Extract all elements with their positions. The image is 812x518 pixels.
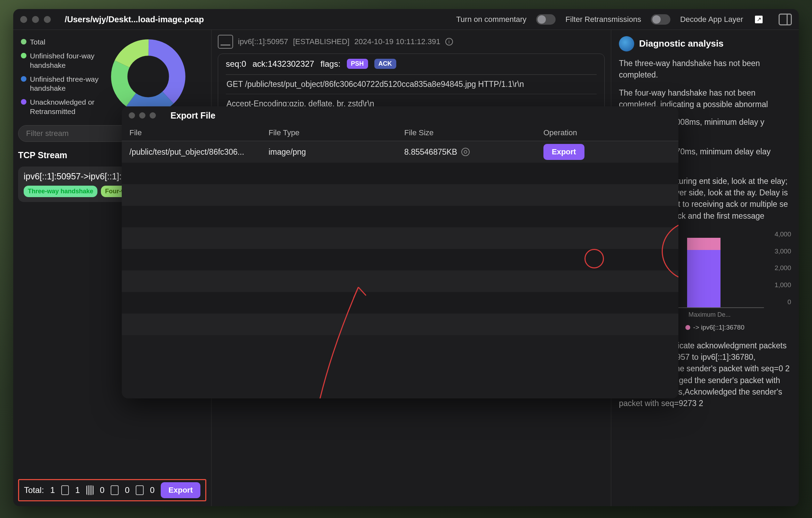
cell-filesize: 8.85546875KB (404, 147, 543, 157)
table-row[interactable]: /public/test/put_object/86fc306...image/… (122, 141, 678, 163)
bar-segment (687, 250, 721, 307)
window-title: /Users/wjy/Deskt...load-image.pcap (65, 15, 204, 24)
table-row-empty (122, 314, 678, 335)
commentary-toggle[interactable] (536, 14, 556, 25)
info-icon[interactable]: i (445, 38, 453, 46)
table-row-empty (122, 292, 678, 314)
table-row-empty (122, 184, 678, 206)
y-tick: 4,000 (774, 229, 791, 239)
legend-label: Unacknowledged or Retransmitted (30, 98, 99, 116)
image-icon (61, 485, 69, 495)
window-traffic-lights[interactable] (20, 16, 51, 23)
bar-segment (687, 238, 721, 250)
session-endpoint: ipv6[::1]:50957 (238, 37, 288, 46)
legend-dot (21, 76, 26, 82)
export-bottom-button[interactable]: Export (161, 482, 200, 498)
flag-psh: PSH (347, 59, 368, 69)
cell-operation: Export (543, 144, 671, 160)
legend-dot (21, 39, 26, 44)
modal-traffic-lights[interactable] (129, 112, 156, 119)
session-timestamp: 2024-10-19 10:11:12.391 (355, 37, 440, 46)
total-label: Total: (24, 485, 44, 495)
audio-count: 0 (100, 485, 104, 495)
table-row-empty (122, 163, 678, 184)
chart-legend-label: -> ipv6[::1]:36780 (693, 323, 744, 332)
cell-filetype: image/png (269, 147, 404, 157)
session-icon (218, 35, 233, 49)
donut-chart (106, 35, 190, 118)
col-operation[interactable]: Operation (543, 128, 671, 137)
doc-count: 0 (150, 485, 154, 495)
video-icon (111, 485, 119, 495)
legend-dot (21, 99, 26, 105)
media-summary-bar: Total: 1 1 0 0 0 Export (18, 479, 206, 501)
legend-item[interactable]: Unfinished four-way handshake (21, 51, 99, 70)
legend-label: Unfinished three-way handshake (30, 75, 99, 93)
panel-toggle-icon[interactable] (779, 14, 792, 25)
diagnostic-title: Diagnostic analysis (639, 37, 724, 50)
y-tick: 2,000 (774, 263, 791, 273)
legend-item[interactable]: Unacknowledged or Retransmitted (21, 98, 99, 116)
packet-seq: seq:0 (226, 59, 246, 69)
table-row-empty (122, 206, 678, 227)
y-tick: 3,000 (774, 246, 791, 256)
packet-ack: ack:1432302327 (253, 59, 315, 69)
packet-flags-label: flags: (320, 59, 340, 69)
cell-file: /public/test/put_object/86fc306... (129, 147, 269, 157)
commentary-label: Turn on commentary (456, 15, 526, 24)
filter-retrans-label: Filter Retransmissions (565, 15, 641, 24)
y-tick: 0 (774, 297, 791, 307)
diagnostic-icon (619, 36, 634, 51)
legend-dot-icon (685, 325, 690, 330)
legend-dot (21, 53, 26, 58)
col-filetype[interactable]: File Type (269, 128, 404, 137)
legend-label: Unfinished four-way handshake (30, 51, 99, 70)
audio-icon (86, 485, 94, 495)
badge-three-way: Three-way handshake (24, 186, 97, 197)
chart-legend-item: -> ipv6[::1]:36780 (685, 323, 744, 332)
y-tick: 1,000 (774, 280, 791, 290)
doc-icon (136, 485, 144, 495)
legend-item[interactable]: Unfinished three-way handshake (21, 75, 99, 93)
total-count: 1 (50, 485, 55, 495)
filter-retrans-toggle[interactable] (651, 14, 670, 25)
packet-line: GET /public/test/put_object/86fc306c4072… (226, 75, 597, 94)
diag-paragraph: The three-way handshake has not been com… (619, 58, 791, 81)
table-row-empty (122, 249, 678, 270)
flag-ack: ACK (374, 59, 396, 69)
video-count: 0 (125, 485, 129, 495)
modal-title: Export File (170, 111, 215, 121)
legend-label: Total (30, 38, 45, 47)
image-count: 1 (75, 485, 80, 495)
export-row-button[interactable]: Export (543, 144, 584, 160)
x-label-1: Maximum De... (688, 310, 734, 319)
col-file[interactable]: File (129, 128, 269, 137)
bar-stack (687, 238, 721, 307)
external-link-icon[interactable]: ↗ (755, 16, 763, 23)
decode-app-label: Decode App Layer (680, 15, 743, 24)
export-file-modal: Export File File File Type File Size Ope… (122, 106, 678, 398)
table-row-empty (122, 227, 678, 249)
table-row-empty (122, 270, 678, 292)
col-filesize[interactable]: File Size (404, 128, 543, 137)
session-state: [ESTABLISHED] (293, 37, 349, 46)
gear-icon[interactable] (461, 148, 470, 156)
legend-item[interactable]: Total (21, 38, 99, 47)
